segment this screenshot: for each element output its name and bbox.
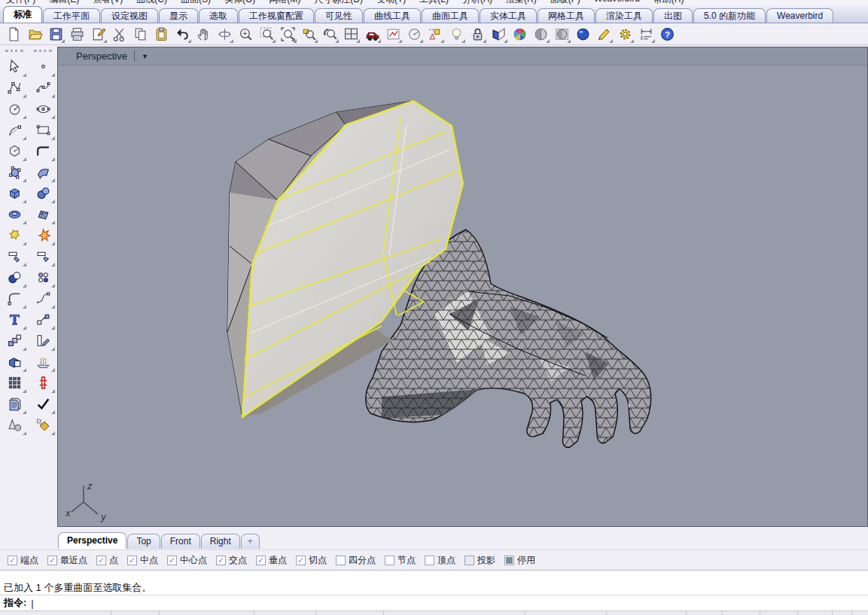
flyout-triangle-icon[interactable] [398, 39, 402, 43]
surface-corner-points-icon[interactable] [3, 161, 26, 182]
flyout-triangle-icon[interactable] [483, 39, 486, 43]
help-icon[interactable]: ? [658, 25, 676, 43]
osnap-checkbox-6[interactable]: ✓ [256, 556, 266, 565]
osnap-checkbox-4[interactable]: ✓ [167, 556, 177, 565]
ribbon-tab-12[interactable]: 出图 [653, 8, 693, 23]
rectangular-array-icon[interactable] [3, 330, 26, 351]
paste-icon[interactable] [152, 25, 170, 43]
flyout-triangle-icon[interactable] [103, 39, 107, 43]
osnap-checkbox-11[interactable] [464, 556, 474, 565]
status-cell-2[interactable] [160, 611, 254, 615]
viewport-canvas[interactable]: z x y [58, 65, 867, 526]
pan-view-icon[interactable] [194, 25, 212, 43]
status-cell-8[interactable] [687, 611, 723, 615]
light-candles-icon[interactable] [32, 351, 55, 372]
polygon-center-icon[interactable] [3, 140, 26, 161]
ribbon-tab-14[interactable]: Weaverbird [766, 8, 833, 23]
status-cell-9[interactable] [723, 611, 760, 615]
array-grid-icon[interactable] [3, 372, 26, 393]
menu-item-5[interactable]: 实体(O) [224, 0, 255, 6]
osnap-checkbox-8[interactable] [336, 556, 346, 565]
ribbon-tab-3[interactable]: 显示 [159, 8, 198, 23]
flyout-triangle-icon[interactable] [546, 39, 550, 43]
flyout-triangle-icon[interactable] [609, 39, 613, 43]
shaded-viewport-icon[interactable] [531, 25, 550, 43]
osnap-item-5[interactable]: ✓交点 [216, 554, 247, 567]
select-pointer-icon[interactable] [3, 56, 26, 77]
menu-item-11[interactable]: 渲染(R) [506, 0, 537, 6]
status-cell-12[interactable] [833, 611, 852, 615]
osnap-item-2[interactable]: ✓点 [96, 554, 118, 567]
new-document-icon[interactable] [5, 25, 23, 43]
osnap-checkbox-2[interactable]: ✓ [96, 556, 106, 565]
menu-item-4[interactable]: 曲面(S) [181, 0, 211, 6]
ribbon-tab-7[interactable]: 曲线工具 [364, 8, 421, 23]
viewport-menu-arrow-icon[interactable]: ▼ [142, 53, 148, 60]
status-cell-4[interactable] [316, 611, 384, 615]
menu-item-12[interactable]: 面板(P) [550, 0, 580, 6]
ribbon-tab-10[interactable]: 网格工具 [538, 8, 595, 23]
flyout-triangle-icon[interactable] [377, 39, 381, 43]
flyout-triangle-icon[interactable] [356, 39, 360, 43]
flyout-triangle-icon[interactable] [335, 39, 339, 43]
options-gears-icon[interactable] [616, 25, 634, 43]
flyout-triangle-icon[interactable] [51, 431, 55, 435]
ellipse-icon[interactable] [32, 98, 55, 119]
status-cell-7[interactable] [607, 611, 687, 615]
spotlight-icon[interactable] [595, 25, 613, 43]
flyout-triangle-icon[interactable] [23, 431, 26, 435]
ghosted-viewport-icon[interactable] [553, 25, 571, 43]
flyout-triangle-icon[interactable] [440, 39, 444, 43]
visibility-lightbulb-icon[interactable] [447, 25, 465, 43]
viewport-perspective[interactable]: Perspective ▼ [57, 47, 868, 527]
ribbon-tab-11[interactable]: 渲染工具 [595, 8, 653, 23]
check-objects-icon[interactable] [32, 393, 55, 414]
flyout-triangle-icon[interactable] [651, 39, 655, 43]
print-icon[interactable] [68, 25, 86, 43]
undo-icon[interactable] [173, 25, 191, 43]
flyout-triangle-icon[interactable] [567, 39, 571, 43]
ribbon-tab-8[interactable]: 曲面工具 [422, 8, 479, 23]
selection-filter-icon[interactable] [426, 25, 444, 43]
single-point-icon[interactable] [32, 56, 55, 77]
osnap-checkbox-1[interactable]: ✓ [47, 556, 57, 565]
add-viewport-tab-button[interactable]: + [241, 534, 260, 549]
mesh-plane-icon[interactable] [32, 203, 55, 224]
render-icon[interactable] [489, 25, 507, 43]
menu-item-14[interactable]: 帮助(H) [653, 0, 684, 6]
menu-item-2[interactable]: 查看(V) [93, 0, 123, 6]
flyout-triangle-icon[interactable] [293, 39, 297, 43]
cut-icon[interactable] [110, 25, 128, 43]
flyout-triangle-icon[interactable] [461, 39, 465, 43]
osnap-item-9[interactable]: 节点 [385, 554, 416, 567]
osnap-checkbox-0[interactable]: ✓ [8, 556, 17, 565]
osnap-checkbox-9[interactable] [385, 556, 394, 565]
flyout-triangle-icon[interactable] [419, 39, 423, 43]
text-object-icon[interactable] [3, 309, 26, 330]
curve-fillet-icon[interactable] [3, 288, 26, 309]
control-point-curve-icon[interactable] [3, 77, 26, 98]
osnap-item-8[interactable]: 四分点 [336, 554, 376, 567]
command-input-row[interactable]: 指令: | [0, 595, 868, 610]
flyout-triangle-icon[interactable] [61, 39, 65, 43]
solid-sphere-icon[interactable] [32, 182, 55, 203]
zoom-previous-icon[interactable] [321, 25, 339, 43]
arc-blend-icon[interactable] [32, 288, 55, 309]
ribbon-tab-9[interactable]: 实体工具 [480, 8, 537, 23]
interpolate-curve-icon[interactable] [32, 77, 55, 98]
solid-torus-icon[interactable] [3, 203, 26, 224]
osnap-item-6[interactable]: ✓垂点 [256, 554, 287, 567]
status-cell-0[interactable] [0, 611, 111, 615]
point-group-icon[interactable] [32, 266, 55, 288]
viewport-tab-top[interactable]: Top [127, 534, 160, 549]
dimension-icon[interactable] [637, 25, 655, 43]
car-demo-icon[interactable] [363, 25, 381, 43]
status-cell-1[interactable] [111, 611, 160, 615]
zoom-window-icon[interactable] [257, 25, 276, 43]
flyout-triangle-icon[interactable] [504, 39, 507, 43]
ribbon-tab-13[interactable]: 5.0 的新功能 [693, 8, 766, 23]
viewport-tab-right[interactable]: Right [201, 534, 240, 549]
osnap-item-12[interactable]: 停用 [504, 554, 535, 567]
osnap-checkbox-12[interactable] [504, 556, 514, 565]
ribbon-tab-5[interactable]: 工作视窗配置 [239, 8, 314, 23]
